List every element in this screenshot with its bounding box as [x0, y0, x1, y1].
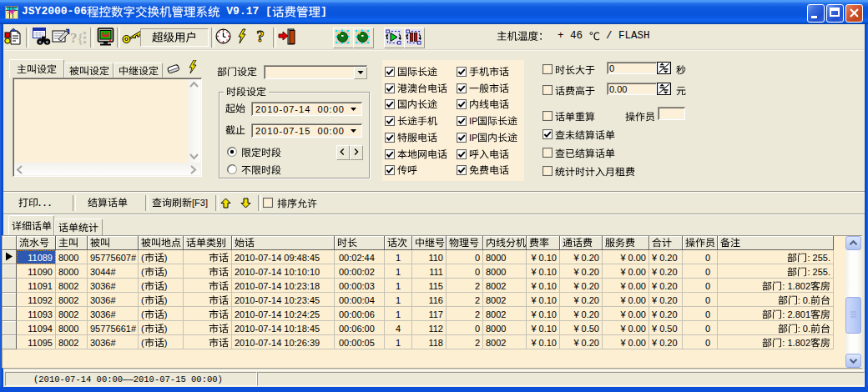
svg-text:{: { — [78, 32, 83, 46]
svg-text:?: ? — [256, 28, 265, 45]
svg-text:?: ? — [70, 30, 78, 46]
